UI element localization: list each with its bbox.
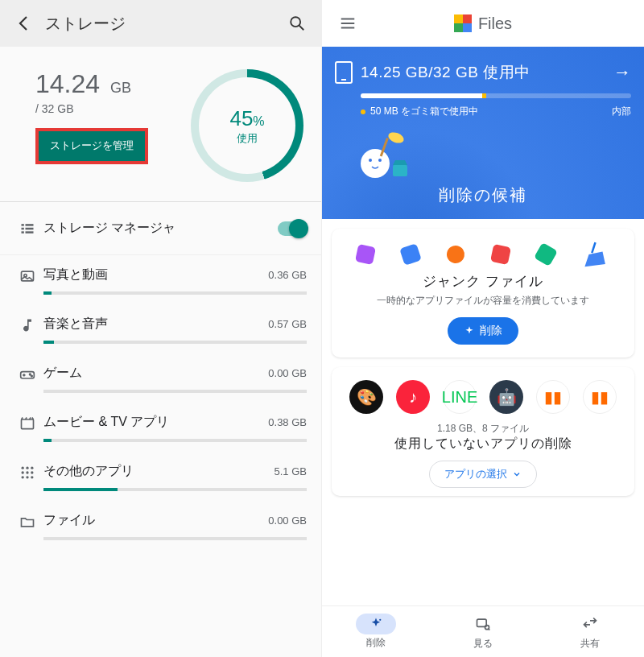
category-size: 0.38 GB: [268, 416, 307, 428]
storage-category-row[interactable]: ムービー & TV アプリ 0.38 GB: [0, 403, 321, 452]
storage-category-row[interactable]: 写真と動画 0.36 GB: [0, 255, 321, 304]
unused-apps-card: 🎨 ♪ LINE 🤖 ▮▮ ▮▮ 1.18 GB、8 ファイル 使用していないア…: [332, 367, 634, 496]
svg-rect-28: [591, 242, 597, 254]
trash-dot-icon: [361, 110, 365, 114]
unused-meta: 1.18 GB、8 ファイル: [343, 422, 623, 436]
hero-arrow-icon[interactable]: →: [613, 62, 631, 83]
manage-storage-button[interactable]: ストレージを管理: [35, 128, 148, 164]
category-bar: [43, 291, 307, 295]
files-app-pane: Files 14.25 GB/32 GB 使用中 → 50 MB をゴミ箱で使用…: [322, 0, 644, 657]
svg-rect-30: [477, 619, 486, 626]
used-gb: 14.24: [35, 69, 100, 98]
svg-point-16: [22, 471, 24, 473]
category-bar: [43, 488, 307, 491]
svg-point-29: [379, 619, 381, 621]
fade-overlay: [322, 573, 644, 605]
storage-category-row[interactable]: 音楽と音声 0.57 GB: [0, 304, 321, 353]
svg-point-23: [369, 159, 372, 162]
category-name: ムービー & TV アプリ: [43, 414, 169, 431]
svg-rect-12: [22, 419, 34, 429]
category-icon: [11, 365, 43, 382]
files-logo-icon: [454, 14, 472, 32]
svg-point-15: [31, 467, 33, 469]
app-icon: LINE: [443, 380, 477, 414]
page-title: ストレージ: [40, 13, 281, 35]
storage-category-row[interactable]: ファイル 0.00 GB: [0, 501, 321, 550]
category-icon: [11, 463, 43, 481]
chevron-down-icon: [512, 469, 522, 479]
category-size: 0.36 GB: [268, 269, 307, 281]
settings-storage-pane: ストレージ 14.24 GB / 32 GB ストレージを管理 45% 使用 ス…: [0, 0, 322, 657]
mascot-illustration: [335, 130, 631, 180]
category-icon: [11, 316, 43, 333]
svg-rect-1: [22, 224, 24, 226]
svg-point-27: [387, 130, 406, 145]
svg-point-10: [30, 374, 31, 375]
svg-rect-25: [393, 165, 407, 176]
category-icon: [11, 414, 43, 432]
browse-icon: [475, 616, 491, 632]
svg-point-17: [26, 471, 28, 473]
svg-point-22: [361, 149, 390, 178]
select-apps-button[interactable]: アプリの選択: [429, 461, 537, 488]
svg-point-19: [22, 476, 24, 478]
files-header: Files: [322, 0, 644, 47]
junk-clean-button[interactable]: 削除: [448, 317, 518, 345]
storage-category-row[interactable]: ゲーム 0.00 GB: [0, 353, 321, 403]
bottom-nav: 削除 見る 共有: [322, 605, 644, 657]
nav-clean-tab[interactable]: 削除: [322, 606, 429, 657]
storage-hero[interactable]: 14.25 GB/32 GB 使用中 → 50 MB をゴミ箱で使用中 内部 削…: [322, 47, 644, 219]
storage-manager-row[interactable]: ストレージ マネージャ: [0, 202, 321, 255]
sparkle-icon: [464, 325, 475, 337]
unused-card-title: 使用していないアプリの削除: [343, 436, 623, 452]
app-icon: 🤖: [489, 380, 523, 414]
svg-point-21: [31, 476, 33, 478]
category-size: 0.00 GB: [268, 367, 307, 379]
svg-rect-5: [26, 227, 34, 229]
hero-progressbar: [361, 93, 631, 98]
storage-manager-toggle[interactable]: [278, 221, 307, 236]
category-bar: [43, 390, 307, 393]
total-gb: / 32 GB: [35, 102, 184, 115]
category-icon: [11, 267, 43, 284]
hero-internal-label: 内部: [612, 105, 631, 118]
app-icon: ♪: [396, 380, 430, 414]
category-size: 0.57 GB: [268, 318, 307, 330]
share-icon: [582, 616, 598, 632]
svg-rect-2: [22, 227, 24, 229]
sparkle-icon: [369, 617, 383, 631]
hero-trash-text: 50 MB をゴミ箱で使用中: [370, 105, 478, 118]
app-icon: ▮▮: [583, 380, 617, 414]
svg-rect-4: [26, 224, 34, 226]
back-button[interactable]: [8, 7, 40, 39]
broom-icon: [582, 241, 609, 268]
category-bar: [43, 537, 307, 540]
app-icon: 🎨: [349, 380, 383, 414]
settings-header: ストレージ: [0, 0, 321, 47]
junk-card-title: ジャンク ファイル: [343, 272, 623, 291]
svg-rect-3: [22, 231, 24, 233]
category-name: 音楽と音声: [43, 316, 108, 333]
svg-point-18: [31, 471, 33, 473]
junk-files-card: ジャンク ファイル 一時的なアプリファイルが容量を消費しています 削除: [332, 229, 634, 357]
usage-ring: 45% 使用: [191, 69, 303, 182]
hero-usage-text: 14.25 GB/32 GB 使用中: [361, 62, 530, 83]
svg-point-14: [26, 467, 28, 469]
category-size: 0.00 GB: [268, 514, 307, 527]
category-name: 写真と動画: [43, 267, 108, 283]
svg-point-0: [291, 17, 300, 27]
device-icon: [335, 61, 353, 84]
svg-rect-6: [26, 231, 34, 233]
storage-summary: 14.24 GB / 32 GB ストレージを管理 45% 使用: [0, 47, 321, 201]
storage-category-row[interactable]: その他のアプリ 5.1 GB: [0, 452, 321, 501]
category-name: その他のアプリ: [43, 463, 134, 480]
nav-share-tab[interactable]: 共有: [537, 606, 644, 657]
junk-card-subtitle: 一時的なアプリファイルが容量を消費しています: [343, 294, 623, 308]
category-icon: [11, 512, 43, 530]
category-name: ファイル: [43, 512, 95, 529]
svg-point-11: [31, 375, 33, 377]
category-size: 5.1 GB: [275, 465, 307, 477]
hero-title: 削除の候補: [335, 184, 631, 206]
search-button[interactable]: [281, 7, 313, 39]
nav-browse-tab[interactable]: 見る: [429, 606, 536, 657]
